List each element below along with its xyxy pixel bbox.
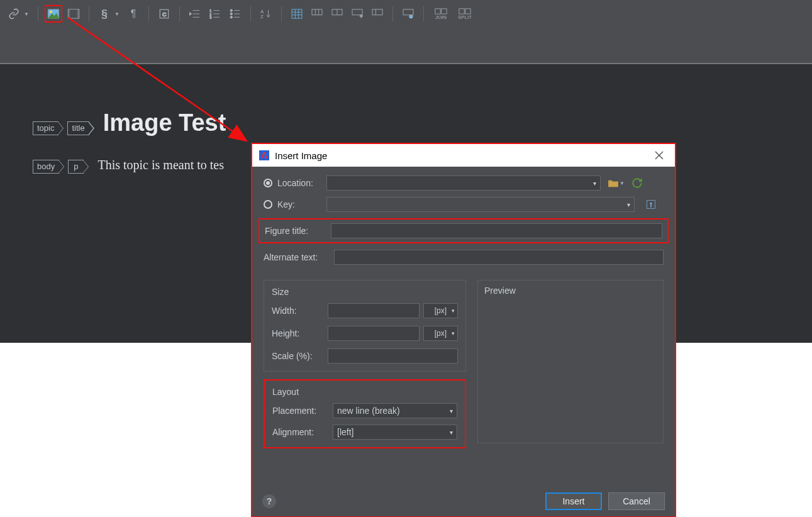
section-icon[interactable]: § [96, 5, 113, 23]
svg-point-39 [409, 15, 413, 18]
table-props-icon[interactable] [399, 5, 417, 23]
main-toolbar: ▼ § ▼ ¶ C 123 AZ + JOIN SPLIT [0, 0, 812, 28]
height-unit-combo[interactable]: [px]▾ [423, 326, 458, 341]
indent-icon[interactable] [186, 5, 204, 23]
dialog-footer: ? Insert Cancel [252, 486, 675, 516]
svg-rect-46 [259, 150, 269, 160]
table-op1-icon[interactable] [308, 5, 326, 23]
browse-folder-icon[interactable] [606, 175, 621, 191]
toolbar-separator [89, 6, 89, 21]
body-paragraph[interactable]: This topic is meant to tes [97, 158, 224, 172]
sort-icon[interactable]: AZ [257, 5, 275, 23]
location-label: Location: [277, 178, 326, 188]
tag-p[interactable]: p [68, 160, 84, 174]
help-icon[interactable]: ? [262, 494, 276, 508]
svg-rect-51 [650, 204, 652, 208]
toolbar-separator [148, 6, 149, 21]
close-icon[interactable] [650, 146, 669, 165]
alignment-label: Alignment: [272, 427, 333, 437]
split-icon[interactable]: SPLIT [454, 5, 476, 23]
alignment-combo[interactable]: [left]▾ [333, 425, 457, 440]
alt-text-input[interactable] [334, 250, 664, 265]
toolbar-separator [423, 6, 424, 21]
svg-text:Z: Z [260, 14, 264, 19]
svg-rect-43 [465, 8, 470, 13]
dialog-titlebar[interactable]: Insert Image [252, 144, 675, 167]
svg-point-1 [50, 11, 52, 13]
insert-image-dialog: Insert Image Location: ▾ ▼ Key: ▾ [251, 143, 676, 517]
svg-rect-24 [292, 9, 302, 18]
join-icon[interactable]: JOIN [430, 5, 452, 23]
code-block-icon[interactable]: C [155, 5, 173, 23]
svg-point-17 [230, 13, 233, 15]
toolbar-separator [38, 6, 38, 21]
scale-label: Scale (%): [272, 351, 328, 361]
table-op4-icon[interactable] [369, 5, 386, 23]
ribbon-gap [0, 28, 812, 63]
svg-point-16 [230, 9, 233, 12]
cancel-button[interactable]: Cancel [608, 492, 665, 510]
tag-title[interactable]: title [67, 121, 89, 135]
svg-rect-41 [442, 8, 447, 13]
svg-rect-3 [68, 9, 70, 18]
key-radio[interactable] [264, 200, 272, 209]
key-combo[interactable]: ▾ [326, 197, 635, 212]
dialog-title: Insert Image [275, 150, 327, 161]
paragraph-mark-icon[interactable]: ¶ [125, 5, 142, 23]
location-combo[interactable]: ▾ [326, 175, 601, 191]
svg-rect-36 [372, 9, 382, 15]
scale-input[interactable] [328, 348, 458, 364]
insert-button[interactable]: Insert [545, 492, 602, 510]
location-row: Location: ▾ ▼ [264, 175, 664, 191]
width-input[interactable] [328, 303, 420, 318]
svg-rect-42 [459, 8, 464, 13]
tag-topic[interactable]: topic [33, 121, 58, 135]
toolbar-separator [179, 6, 180, 21]
svg-point-50 [650, 203, 652, 204]
toolbar-separator [250, 6, 251, 21]
insert-image-icon[interactable] [45, 5, 62, 23]
svg-rect-40 [435, 8, 440, 13]
key-browse-icon[interactable] [643, 197, 659, 212]
figure-title-label: Figure title: [265, 226, 331, 236]
table-icon[interactable] [288, 5, 306, 23]
svg-rect-29 [312, 9, 322, 15]
figure-title-section: Figure title: [259, 218, 669, 243]
link-icon[interactable] [5, 5, 23, 23]
toolbar-separator [281, 6, 282, 21]
location-radio[interactable] [264, 179, 272, 187]
section-dropdown-arrow[interactable]: ▼ [114, 11, 121, 17]
preview-box: Preview [477, 280, 664, 443]
size-fieldset: Size Width: [px]▾ Height: [px]▾ Scale (%… [264, 280, 466, 372]
size-legend: Size [272, 287, 458, 297]
key-label: Key: [277, 199, 326, 209]
media-icon[interactable] [65, 5, 82, 23]
table-op2-icon[interactable] [328, 5, 346, 23]
numbered-list-icon[interactable]: 123 [206, 5, 224, 23]
refresh-icon[interactable] [630, 175, 645, 191]
toolbar-separator [392, 6, 393, 21]
app-icon [259, 150, 270, 161]
svg-rect-4 [77, 9, 79, 18]
link-dropdown-arrow[interactable]: ▼ [24, 11, 30, 17]
height-input[interactable] [328, 326, 420, 341]
width-unit-combo[interactable]: [px]▾ [423, 303, 458, 318]
svg-point-18 [230, 16, 233, 19]
layout-legend: Layout [272, 387, 457, 397]
key-row: Key: ▾ [264, 197, 664, 212]
tag-body[interactable]: body [33, 160, 59, 174]
figure-title-input[interactable] [331, 223, 662, 238]
layout-fieldset: Layout Placement: new line (break)▾ Alig… [264, 379, 466, 448]
bullet-list-icon[interactable] [226, 5, 244, 23]
width-label: Width: [272, 306, 328, 316]
preview-legend: Preview [484, 286, 657, 296]
placement-combo[interactable]: new line (break)▾ [333, 403, 457, 418]
alt-text-label: Alternate text: [264, 252, 334, 262]
document-title[interactable]: Image Test [103, 109, 226, 136]
table-op3-icon[interactable]: + [348, 5, 366, 23]
svg-text:+: + [360, 13, 363, 19]
alt-text-row: Alternate text: [264, 250, 664, 265]
height-label: Height: [272, 328, 328, 338]
placement-label: Placement: [272, 406, 333, 416]
svg-text:C: C [162, 11, 167, 18]
